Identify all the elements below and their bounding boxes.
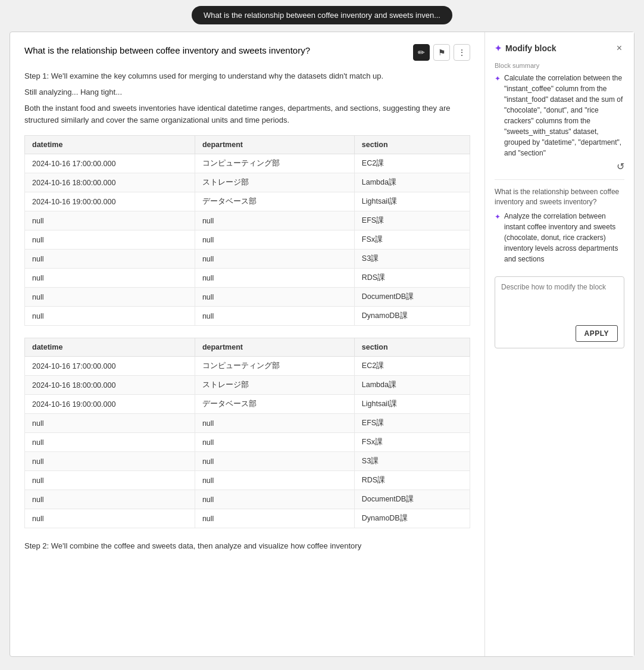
table-cell: EFS課 <box>354 414 470 433</box>
block-summary-label: Block summary <box>495 62 624 69</box>
table1-col-datetime: datetime <box>25 136 195 154</box>
table-cell: S3課 <box>354 250 470 269</box>
question-text: What is the relationship between coffee … <box>495 187 624 207</box>
table-cell: null <box>195 471 354 490</box>
table-cell: null <box>25 307 195 326</box>
table-cell: Lambda課 <box>354 173 470 192</box>
table-cell: EFS課 <box>354 211 470 230</box>
table-row: nullnullS3課 <box>25 452 470 471</box>
table-cell: FSx課 <box>354 230 470 250</box>
table-row: 2024-10-16 18:00:00.000ストレージ部Lambda課 <box>25 376 470 395</box>
table-row: nullnullDynamoDB課 <box>25 307 470 326</box>
table-cell: DocumentDB課 <box>354 490 470 509</box>
table-cell: S3課 <box>354 452 470 471</box>
top-bar: What is the relationship between coffee … <box>192 6 452 24</box>
table1: datetime department section 2024-10-16 1… <box>24 135 470 326</box>
undo-container: ↺ <box>495 161 624 172</box>
table-cell: Lightsail課 <box>354 192 470 211</box>
table-cell: Lambda課 <box>354 376 470 395</box>
table-cell: コンピューティング部 <box>195 154 354 173</box>
table-row: nullnullEFS課 <box>25 414 470 433</box>
edit-button[interactable]: ✏ <box>413 44 430 61</box>
more-icon: ⋮ <box>458 48 466 57</box>
table-cell: RDS課 <box>354 471 470 490</box>
apply-label: APPLY <box>584 329 609 338</box>
question-answer-section: What is the relationship between coffee … <box>495 187 624 264</box>
step1-line3: Both the instant food and sweets invento… <box>24 102 470 127</box>
table-cell: null <box>25 288 195 307</box>
step2-text: Step 2: We'll combine the coffee and swe… <box>24 540 470 553</box>
table-cell: Lightsail課 <box>354 395 470 414</box>
answer-text: Analyze the correlation between instant … <box>504 211 624 264</box>
table-cell: null <box>195 288 354 307</box>
table-row: nullnullS3課 <box>25 250 470 269</box>
more-button[interactable]: ⋮ <box>454 44 470 61</box>
table-cell: null <box>195 452 354 471</box>
table-cell: null <box>195 250 354 269</box>
table-row: nullnullFSx課 <box>25 433 470 452</box>
table-cell: null <box>195 414 354 433</box>
table-cell: 2024-10-16 18:00:00.000 <box>25 376 195 395</box>
table-cell: EC2課 <box>354 357 470 376</box>
block-actions: ✏ ⚑ ⋮ <box>413 44 470 61</box>
main-layout: What is the relationship between coffee … <box>10 32 634 657</box>
table-cell: null <box>25 230 195 250</box>
block-summary-content: ✦ Calculate the correlation between the … <box>495 73 624 158</box>
table-cell: 2024-10-16 17:00:00.000 <box>25 357 195 376</box>
diamond-icon1: ✦ <box>495 73 501 158</box>
table-cell: null <box>25 471 195 490</box>
table-cell: データベース部 <box>195 192 354 211</box>
table-row: nullnullRDS課 <box>25 269 470 288</box>
table-row: nullnullEFS課 <box>25 211 470 230</box>
table-cell: 2024-10-16 19:00:00.000 <box>25 192 195 211</box>
modify-textarea[interactable] <box>501 283 618 319</box>
table-row: 2024-10-16 19:00:00.000データベース部Lightsail課 <box>25 395 470 414</box>
table-cell: 2024-10-16 18:00:00.000 <box>25 173 195 192</box>
left-panel: What is the relationship between coffee … <box>10 32 485 656</box>
table-cell: null <box>195 490 354 509</box>
step1-line2: Still analyzing... Hang tight... <box>24 86 470 99</box>
table-cell: null <box>25 490 195 509</box>
undo-button[interactable]: ↺ <box>617 161 624 172</box>
modify-textarea-container: APPLY <box>495 276 624 348</box>
table-cell: null <box>195 269 354 288</box>
table-row: nullnullRDS課 <box>25 471 470 490</box>
flag-button[interactable]: ⚑ <box>433 44 450 61</box>
table-row: 2024-10-16 18:00:00.000ストレージ部Lambda課 <box>25 173 470 192</box>
table-cell: EC2課 <box>354 154 470 173</box>
table-cell: null <box>195 307 354 326</box>
table-cell: null <box>25 433 195 452</box>
table1-col-section: section <box>354 136 470 154</box>
apply-button[interactable]: APPLY <box>576 325 618 342</box>
table-cell: コンピューティング部 <box>195 357 354 376</box>
table-cell: データベース部 <box>195 395 354 414</box>
table2: datetime department section 2024-10-16 1… <box>24 338 470 528</box>
step1-line1: Step 1: We'll examine the key columns us… <box>24 70 470 83</box>
table-cell: null <box>25 414 195 433</box>
step1-text: Step 1: We'll examine the key columns us… <box>24 70 470 127</box>
block-title: What is the relationship between coffee … <box>24 44 406 57</box>
table-row: 2024-10-16 19:00:00.000データベース部Lightsail課 <box>25 192 470 211</box>
apply-btn-container: APPLY <box>501 325 618 342</box>
sparkle-icon: ✦ <box>495 43 502 53</box>
right-panel-header: ✦ Modify block × <box>495 42 624 55</box>
modify-title-label: Modify block <box>505 43 557 53</box>
modify-title: ✦ Modify block <box>495 43 557 53</box>
table-row: nullnullDocumentDB課 <box>25 490 470 509</box>
divider <box>495 179 624 180</box>
close-button[interactable]: × <box>614 42 624 55</box>
table-row: nullnullDynamoDB課 <box>25 509 470 528</box>
undo-icon-symbol: ↺ <box>617 161 624 172</box>
answer-content: ✦ Analyze the correlation between instan… <box>495 211 624 264</box>
table-cell: null <box>25 452 195 471</box>
table-cell: null <box>195 433 354 452</box>
right-panel: ✦ Modify block × Block summary ✦ Calcula… <box>485 32 634 656</box>
table-cell: null <box>25 509 195 528</box>
edit-icon: ✏ <box>418 48 425 57</box>
table-cell: 2024-10-16 17:00:00.000 <box>25 154 195 173</box>
flag-icon: ⚑ <box>438 48 446 57</box>
table2-col-section: section <box>354 338 470 357</box>
table2-col-department: department <box>195 338 354 357</box>
table-cell: null <box>195 509 354 528</box>
table-cell: DocumentDB課 <box>354 288 470 307</box>
